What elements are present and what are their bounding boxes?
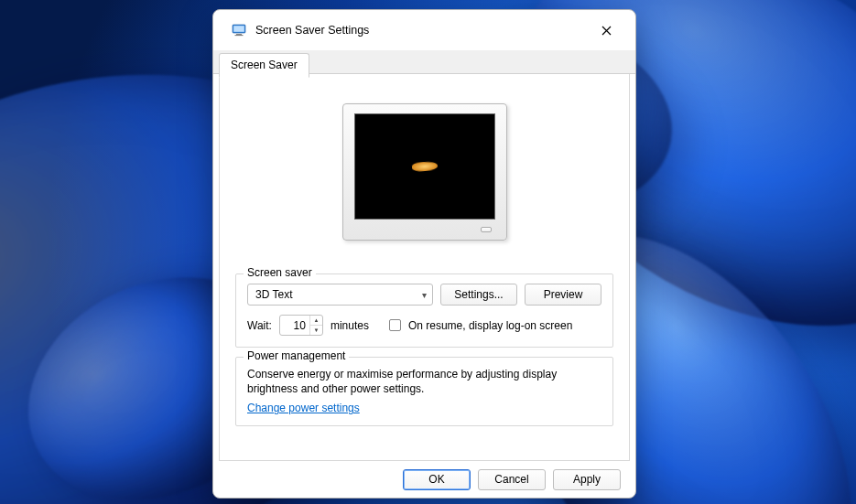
window-title: Screen Saver Settings <box>255 24 588 37</box>
svg-rect-2 <box>236 34 242 35</box>
ok-button-label: OK <box>428 473 444 486</box>
settings-button[interactable]: Settings... <box>440 284 517 306</box>
titlebar[interactable]: Screen Saver Settings <box>213 10 635 50</box>
preview-button[interactable]: Preview <box>525 284 601 306</box>
preview-button-label: Preview <box>544 288 583 301</box>
monitor-power-button-icon <box>481 227 492 232</box>
stepper-up-icon[interactable]: ▲ <box>310 316 322 326</box>
wait-minutes-stepper[interactable]: 10 ▲ ▼ <box>279 315 323 336</box>
screensaver-select-value: 3D Text <box>255 288 292 301</box>
chevron-down-icon: ▾ <box>422 290 427 300</box>
wait-value: 10 <box>280 316 309 335</box>
tab-label: Screen Saver <box>231 59 298 71</box>
power-legend: Power management <box>244 349 349 362</box>
dialog-button-row: OK Cancel Apply <box>213 461 635 498</box>
apply-button[interactable]: Apply <box>553 469 621 490</box>
power-description: Conserve energy or maximise performance … <box>247 367 601 396</box>
screensaver-graphic <box>411 161 438 172</box>
on-resume-checkbox[interactable] <box>389 319 401 331</box>
preview-area <box>235 85 613 259</box>
screensaver-group: Screen saver 3D Text ▾ Settings... Previ… <box>235 273 613 348</box>
close-button[interactable] <box>588 16 624 44</box>
power-management-group: Power management Conserve energy or maxi… <box>235 357 613 426</box>
svg-rect-1 <box>233 26 244 32</box>
screensaver-select[interactable]: 3D Text ▾ <box>247 284 433 306</box>
stepper-down-icon[interactable]: ▼ <box>310 326 322 335</box>
wait-unit: minutes <box>330 319 369 332</box>
ok-button[interactable]: OK <box>403 469 471 490</box>
monitor-icon <box>232 23 246 38</box>
wait-label: Wait: <box>247 319 272 332</box>
apply-button-label: Apply <box>573 473 601 486</box>
settings-button-label: Settings... <box>454 288 503 301</box>
screen-saver-settings-dialog: Screen Saver Settings Screen Saver Scree… <box>212 9 636 499</box>
screensaver-legend: Screen saver <box>244 266 316 279</box>
monitor-preview <box>342 103 507 241</box>
cancel-button[interactable]: Cancel <box>478 469 546 490</box>
change-power-settings-link[interactable]: Change power settings <box>247 402 360 414</box>
cancel-button-label: Cancel <box>494 473 528 486</box>
close-icon <box>601 26 612 36</box>
on-resume-label: On resume, display log-on screen <box>408 319 572 332</box>
tab-strip: Screen Saver <box>213 50 635 74</box>
svg-rect-3 <box>235 35 244 36</box>
monitor-screen <box>354 113 495 220</box>
tab-screen-saver[interactable]: Screen Saver <box>219 53 309 78</box>
tab-body: Screen saver 3D Text ▾ Settings... Previ… <box>219 74 630 461</box>
